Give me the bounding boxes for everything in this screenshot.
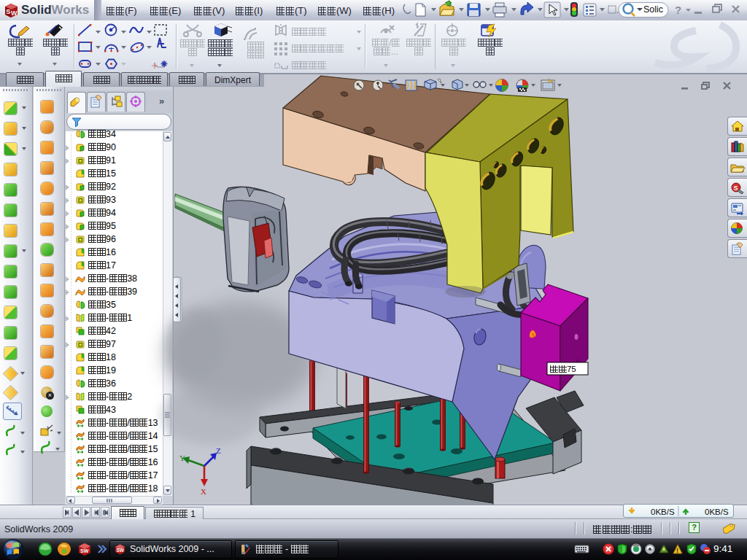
svg-text:SW: SW <box>80 548 89 553</box>
svg-text:S: S <box>6 8 10 15</box>
svg-text:SW: SW <box>116 548 124 553</box>
svg-text:Solic: Solic <box>643 4 663 15</box>
svg-text:Y: Y <box>179 454 185 462</box>
svg-text:Z: Z <box>216 446 221 455</box>
svg-text:S: S <box>734 184 738 192</box>
svg-text:W: W <box>11 9 18 17</box>
svg-text:0KB/S: 0KB/S <box>705 508 729 516</box>
svg-text:?: ? <box>675 4 681 16</box>
svg-text:0KB/S: 0KB/S <box>651 508 675 516</box>
svg-text:X: X <box>201 487 206 496</box>
svg-text:!: ! <box>676 547 678 554</box>
